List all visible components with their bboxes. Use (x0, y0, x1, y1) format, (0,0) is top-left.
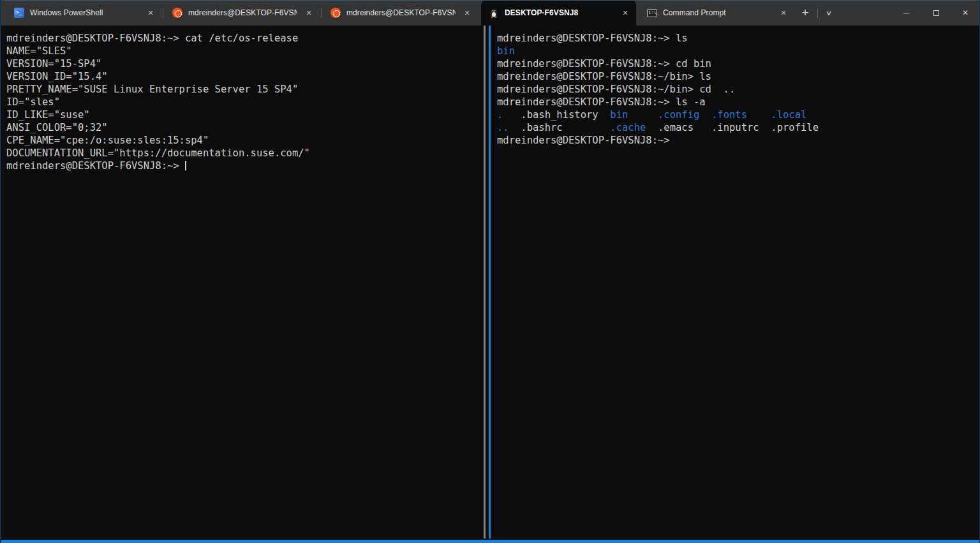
terminal-line: mdreinders@DESKTOP-F6VSNJ8:~> cd bin (497, 57, 980, 70)
terminal-line: ID_LIKE="suse" (6, 108, 484, 121)
terminal-text: mdreinders@DESKTOP-F6VSNJ8:~> ls -a (497, 96, 706, 108)
text-cursor (185, 161, 186, 170)
window-controls: ✕ (892, 0, 980, 26)
terminal-text: ANSI_COLOR="0;32" (6, 122, 108, 133)
tab-desktop-f6vsnj8[interactable]: DESKTOP-F6VSNJ8✕ (481, 0, 636, 26)
tab-close-icon[interactable]: ✕ (620, 7, 631, 19)
terminal-text: VERSION_ID="15.4" (6, 71, 108, 82)
terminal-line: bin (497, 45, 980, 57)
terminal-text (747, 109, 771, 121)
right-terminal-pane[interactable]: mdreinders@DESKTOP-F6VSNJ8:~> lsbinmdrei… (491, 26, 980, 539)
terminal-line: mdreinders@DESKTOP-F6VSNJ8:~/bin> cd .. (497, 83, 980, 96)
terminal-line: mdreinders@DESKTOP-F6VSNJ8:~> cat /etc/o… (6, 32, 484, 45)
terminal-line: VERSION_ID="15.4" (6, 70, 484, 83)
tab-label: Windows PowerShell (30, 8, 139, 17)
terminal-text: PRETTY_NAME="SUSE Linux Enterprise Serve… (6, 84, 298, 95)
terminal-text: .emacs (658, 122, 694, 133)
tab-label: DESKTOP-F6VSNJ8 (505, 8, 614, 17)
powershell-icon: >_ (14, 8, 24, 18)
terminal-text: .inputrc (711, 122, 759, 133)
terminal-text: CPE_NAME="cpe:/o:suse:sles:15:sp4" (6, 135, 209, 146)
tab-mdreinders-desktop-f6vsnj[interactable]: mdreinders@DESKTOP-F6VSNJ✕ (165, 0, 320, 26)
terminal-text: VERSION="15-SP4" (6, 58, 101, 70)
terminal-text: mdreinders@DESKTOP-F6VSNJ8:~> (6, 160, 185, 172)
tab-separator (321, 8, 322, 18)
terminal-text (503, 109, 521, 121)
close-icon: ✕ (962, 8, 969, 17)
directory-name: .. (497, 122, 509, 133)
terminal-text: mdreinders@DESKTOP-F6VSNJ8:~/bin> cd .. (497, 84, 735, 95)
window-accent-strip (0, 540, 980, 543)
tab-command-prompt[interactable]: C:\_Command Prompt✕ (639, 0, 794, 26)
terminal-text: ID="sles" (6, 96, 60, 108)
terminal-text (646, 122, 658, 133)
tab-bar: >_Windows PowerShell✕mdreinders@DESKTOP-… (0, 0, 980, 26)
directory-name: bin (497, 45, 515, 57)
terminal-line: PRETTY_NAME="SUSE Linux Enterprise Serve… (6, 83, 484, 96)
terminal-line: mdreinders@DESKTOP-F6VSNJ8:~/bin> ls (497, 70, 980, 83)
terminal-line: . .bash_history bin .config .fonts .loca… (497, 108, 980, 121)
tab-close-icon[interactable]: ✕ (778, 7, 789, 19)
terminal-text: .profile (771, 122, 819, 133)
chevron-down-icon[interactable]: ∨ (817, 0, 842, 26)
terminal-line: mdreinders@DESKTOP-F6VSNJ8:~> ls -a (497, 96, 980, 108)
new-tab-button[interactable]: + (794, 0, 816, 26)
terminal-text (628, 109, 658, 121)
tab-strip: >_Windows PowerShell✕mdreinders@DESKTOP-… (6, 0, 794, 26)
terminal-text: .bashrc (521, 122, 562, 133)
directory-name: .cache (610, 122, 646, 133)
terminal-text: .bash_history (521, 109, 598, 121)
terminal-text (694, 122, 711, 133)
terminal-text: mdreinders@DESKTOP-F6VSNJ8:~/bin> ls (497, 71, 711, 82)
minimize-button[interactable] (892, 0, 921, 26)
minimize-icon (903, 13, 910, 13)
directory-name: . (497, 109, 503, 121)
tab-label: Command Prompt (663, 8, 772, 17)
terminal-line: .. .bashrc .cache .emacs .inputrc .profi… (497, 121, 980, 134)
tab-windows-powershell[interactable]: >_Windows PowerShell✕ (6, 0, 161, 26)
tab-label: mdreinders@DESKTOP-F6VSNJ (188, 8, 297, 17)
directory-name: .fonts (711, 109, 747, 121)
directory-name: bin (610, 109, 628, 121)
terminal-text: mdreinders@DESKTOP-F6VSNJ8:~> (497, 135, 670, 146)
terminal-text (759, 122, 771, 133)
terminal-text: mdreinders@DESKTOP-F6VSNJ8:~> ls (497, 33, 688, 44)
tab-close-icon[interactable]: ✕ (145, 7, 156, 19)
pane-container: mdreinders@DESKTOP-F6VSNJ8:~> cat /etc/o… (0, 26, 980, 539)
close-button[interactable]: ✕ (951, 0, 980, 26)
left-terminal-pane[interactable]: mdreinders@DESKTOP-F6VSNJ8:~> cat /etc/o… (0, 26, 484, 539)
tab-bar-spacer (838, 0, 892, 26)
tux-icon (489, 8, 499, 18)
terminal-line: mdreinders@DESKTOP-F6VSNJ8:~> ls (497, 32, 980, 45)
terminal-line: VERSION="15-SP4" (6, 57, 484, 70)
terminal-line: mdreinders@DESKTOP-F6VSNJ8:~> (497, 134, 980, 147)
directory-name: .config (658, 109, 699, 121)
tab-close-icon[interactable]: ✕ (303, 7, 315, 19)
terminal-line: ANSI_COLOR="0;32" (6, 121, 484, 134)
window-accent-border-top (0, 0, 980, 1)
terminal-text: mdreinders@DESKTOP-F6VSNJ8:~> cd bin (497, 58, 711, 70)
left-terminal-output: mdreinders@DESKTOP-F6VSNJ8:~> cat /etc/o… (6, 32, 484, 172)
maximize-icon (933, 10, 939, 16)
terminal-text (598, 109, 611, 121)
tab-separator (163, 8, 163, 18)
tab-close-icon[interactable]: ✕ (461, 7, 473, 19)
terminal-text (509, 122, 521, 133)
terminal-text: DOCUMENTATION_URL="https://documentation… (6, 147, 310, 159)
terminal-line: mdreinders@DESKTOP-F6VSNJ8:~> (6, 160, 484, 172)
tab-label: mdreinders@DESKTOP-F6VSNJ (346, 8, 456, 17)
pane-divider (484, 26, 491, 539)
ubuntu-icon (330, 8, 341, 18)
tab-mdreinders-desktop-f6vsnj[interactable]: mdreinders@DESKTOP-F6VSNJ✕ (323, 0, 478, 26)
terminal-line: CPE_NAME="cpe:/o:suse:sles:15:sp4" (6, 134, 484, 147)
maximize-button[interactable] (921, 0, 951, 26)
terminal-text: mdreinders@DESKTOP-F6VSNJ8:~> cat /etc/o… (6, 33, 298, 44)
terminal-text (699, 109, 711, 121)
terminal-text (563, 122, 611, 133)
right-terminal-output: mdreinders@DESKTOP-F6VSNJ8:~> lsbinmdrei… (497, 32, 980, 147)
terminal-line: DOCUMENTATION_URL="https://documentation… (6, 147, 484, 160)
terminal-window: >_Windows PowerShell✕mdreinders@DESKTOP-… (0, 0, 980, 543)
terminal-line: NAME="SLES" (6, 45, 484, 57)
ubuntu-icon (172, 8, 182, 18)
window-accent-border-left (0, 0, 1, 543)
